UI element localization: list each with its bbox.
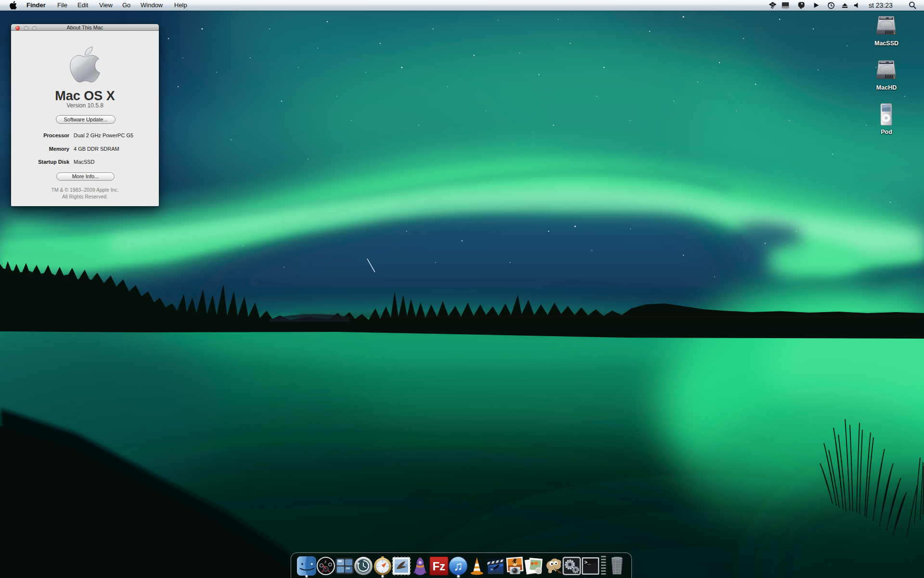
svg-text:Fz: Fz [433, 560, 446, 573]
svg-text:>_: >_ [584, 560, 591, 565]
svg-text:♪: ♪ [324, 559, 327, 564]
